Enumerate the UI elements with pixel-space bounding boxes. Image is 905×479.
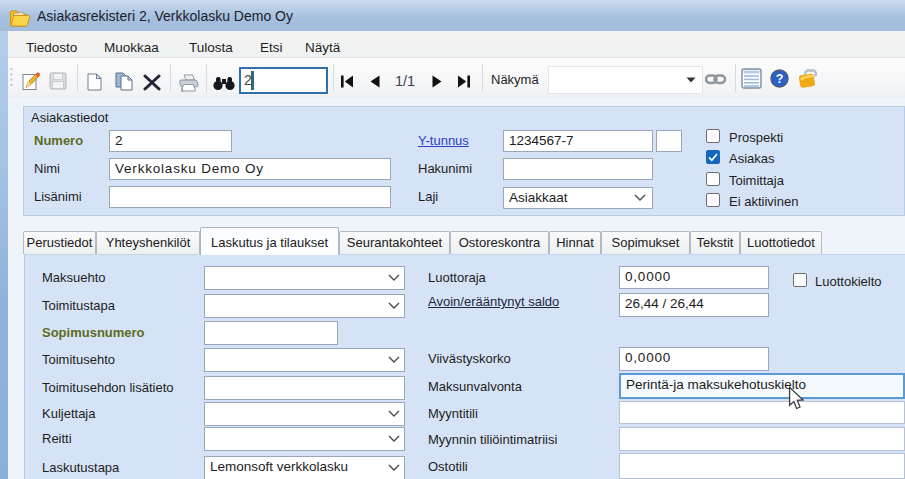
svg-text:?: ? [776,72,784,86]
